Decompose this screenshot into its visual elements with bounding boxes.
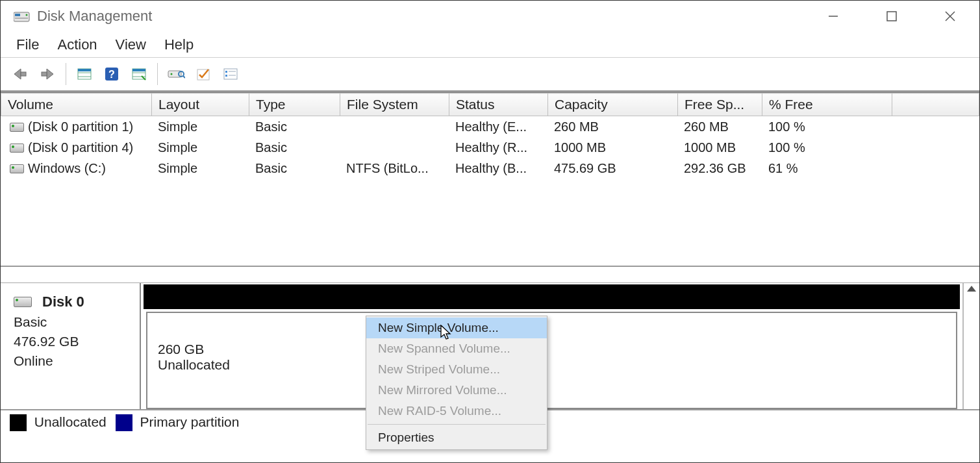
scroll-up-icon[interactable] [967,286,976,292]
svg-point-2 [26,14,28,16]
cell-status: Healthy (B... [449,158,547,179]
cell-free: 292.36 GB [677,158,762,179]
cell-volume: (Disk 0 partition 4) [28,140,133,155]
cell-pct: 100 % [762,116,892,137]
cell-layout: Simple [151,116,249,137]
menu-action[interactable]: Action [57,35,97,55]
drive-icon [10,123,24,132]
menubar: File Action View Help [1,32,979,58]
menu-help[interactable]: Help [164,35,194,55]
legend-unallocated: Unallocated [34,414,107,429]
app-icon [14,10,31,22]
disk-header[interactable]: Disk 0 Basic 476.92 GB Online [1,283,141,409]
table-row[interactable]: (Disk 0 partition 1) Simple Basic Health… [1,116,979,137]
window-title: Disk Management [37,8,152,25]
toolbar-separator [157,63,158,85]
svg-rect-13 [78,69,91,71]
context-menu: New Simple Volume... New Spanned Volume.… [366,316,547,450]
ctx-new-spanned-volume: New Spanned Volume... [366,338,547,359]
ctx-new-simple-volume[interactable]: New Simple Volume... [366,318,547,338]
cell-type: Basic [249,116,340,137]
legend-primary: Primary partition [140,414,240,429]
disk-type-label: Basic [14,314,132,330]
cell-capacity: 1000 MB [547,137,677,158]
partition-unallocated[interactable]: 260 GB Unallocated [146,312,957,409]
table-view2-icon[interactable] [127,62,151,86]
ctx-new-raid5-volume: New RAID-5 Volume... [366,401,547,421]
cell-status: Healthy (E... [449,116,547,137]
swatch-primary [116,414,132,431]
svg-rect-19 [132,69,145,71]
disk-stripe [144,284,960,309]
col-type[interactable]: Type [249,94,340,116]
help-icon[interactable]: ? [100,62,123,86]
cell-fs [340,137,449,158]
back-icon[interactable] [8,62,32,86]
drive-icon [10,164,24,173]
cell-type: Basic [249,158,340,179]
col-fs[interactable]: File System [340,94,449,116]
drive-icon [10,144,24,153]
svg-line-22 [183,76,185,78]
disk-name-label: Disk 0 [42,294,84,310]
table-row[interactable]: Windows (C:) Simple Basic NTFS (BitLo...… [1,158,979,179]
svg-rect-9 [42,72,47,76]
window-controls [804,1,979,32]
disk-icon [14,297,32,307]
menu-file[interactable]: File [16,35,39,55]
panel-splitter[interactable] [1,266,979,282]
swatch-unallocated [10,414,27,431]
cell-pct: 61 % [762,158,892,179]
cell-capacity: 260 MB [547,116,677,137]
scrollbar[interactable] [962,283,979,409]
disk-state-label: Online [14,353,132,369]
svg-rect-1 [15,14,20,16]
cell-status: Healthy (R... [449,137,547,158]
svg-rect-5 [887,12,896,21]
disk-map: 260 GB Unallocated [141,283,962,409]
col-pct[interactable]: % Free [762,94,892,116]
svg-rect-26 [225,71,227,73]
ctx-properties[interactable]: Properties [366,427,547,448]
ctx-new-mirrored-volume: New Mirrored Volume... [366,380,547,401]
disk-size-label: 476.92 GB [14,334,132,349]
partition-label: Unallocated [158,357,946,373]
partition-size: 260 GB [158,342,946,357]
col-status[interactable]: Status [449,94,548,116]
grid-header-row: Volume Layout Type File System Status Ca… [1,94,979,116]
svg-rect-25 [224,69,237,79]
col-volume[interactable]: Volume [1,94,152,116]
cell-layout: Simple [151,158,249,179]
svg-rect-27 [225,75,227,77]
col-capacity[interactable]: Capacity [548,94,678,116]
col-spacer [892,94,979,116]
ctx-separator [368,424,546,425]
maximize-button[interactable] [862,1,921,31]
ctx-new-striped-volume: New Striped Volume... [366,359,547,380]
cell-capacity: 475.69 GB [547,158,677,179]
cell-fs: NTFS (BitLo... [340,158,449,179]
table-row[interactable]: (Disk 0 partition 4) Simple Basic Health… [1,137,979,158]
cell-pct: 100 % [762,137,892,158]
minimize-button[interactable] [804,1,862,31]
col-layout[interactable]: Layout [152,94,249,116]
cell-volume: (Disk 0 partition 1) [28,119,133,134]
col-free[interactable]: Free Sp... [678,94,762,116]
forward-icon[interactable] [36,62,59,86]
cell-free: 260 MB [677,116,762,137]
table-view-icon[interactable] [73,62,96,86]
cell-fs [340,116,449,137]
list-icon[interactable] [219,62,242,86]
cursor-icon [440,324,453,344]
toolbar-separator [66,63,66,85]
toolbar: ? [1,58,979,92]
svg-rect-8 [21,72,26,76]
menu-view[interactable]: View [116,35,146,55]
close-button[interactable] [921,1,979,31]
svg-rect-3 [15,18,28,19]
cell-volume: Windows (C:) [28,161,106,175]
check-icon[interactable] [192,62,215,86]
cell-free: 1000 MB [677,137,762,158]
connect-icon[interactable] [164,62,188,86]
cell-layout: Simple [151,137,249,158]
